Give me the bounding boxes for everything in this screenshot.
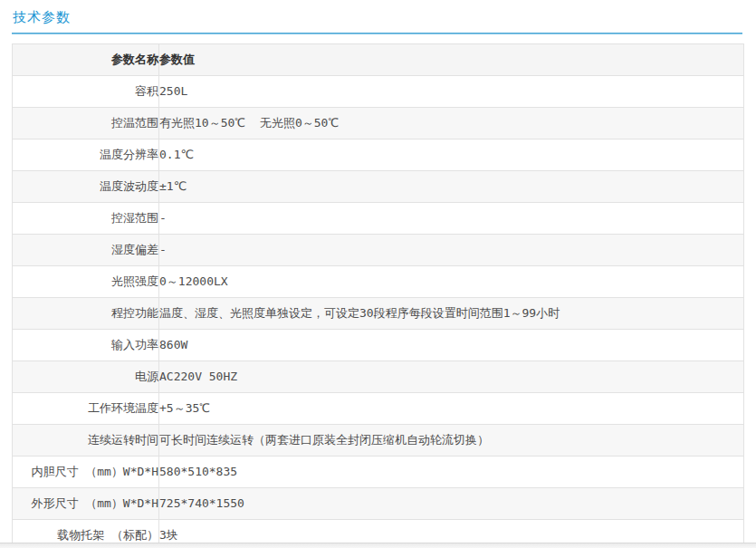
param-name-cell: 湿度偏差	[13, 235, 159, 266]
param-value-cell: 可长时间连续运转（两套进口原装全封闭压缩机自动轮流切换）	[159, 425, 744, 457]
page-title: 技术参数	[13, 9, 756, 26]
table-row: 内胆尺寸 （mm）W*D*H 580*510*835	[13, 457, 744, 488]
param-name-cell: 电源	[13, 361, 159, 393]
param-value-cell: -	[159, 203, 744, 235]
table-row: 工作环境温度 +5～35℃	[13, 393, 744, 425]
table-row: 程控功能 温度、湿度、光照度单独设定，可设定30段程序每段设置时间范围1～99小…	[13, 298, 744, 330]
table-row: 控湿范围 -	[13, 203, 744, 235]
table-row: 湿度偏差 -	[13, 235, 744, 266]
table-row: 电源 AC220V 50HZ	[13, 361, 744, 393]
table-row: 外形尺寸 （mm）W*D*H 725*740*1550	[13, 488, 744, 520]
param-value-cell: 0～12000LX	[159, 266, 744, 298]
table-row: 温度分辨率 0.1℃	[13, 139, 744, 171]
param-value-cell: 860W	[159, 330, 744, 361]
param-value-cell: 580*510*835	[159, 457, 744, 488]
param-name-cell: 光照强度	[13, 266, 159, 298]
table-row: 容积 250L	[13, 76, 744, 108]
param-value-cell: 0.1℃	[159, 139, 744, 171]
param-name-cell: 工作环境温度	[13, 393, 159, 425]
param-value-cell: +5～35℃	[159, 393, 744, 425]
param-name-cell: 温度分辨率	[13, 139, 159, 171]
param-name-cell: 控湿范围	[13, 203, 159, 235]
param-value-cell: 250L	[159, 76, 744, 108]
param-name-cell: 内胆尺寸 （mm）W*D*H	[13, 457, 159, 488]
spec-table: 参数名称 参数值 容积 250L 控温范围 有光照10～50℃ 无光照0～50℃…	[12, 43, 744, 548]
table-header-row: 参数名称 参数值	[13, 44, 744, 76]
title-underline-divider	[12, 33, 742, 34]
table-row: 控温范围 有光照10～50℃ 无光照0～50℃	[13, 108, 744, 139]
param-value-header: 参数值	[159, 44, 744, 76]
table-row: 光照强度 0～12000LX	[13, 266, 744, 298]
param-value-cell: 温度、湿度、光照度单独设定，可设定30段程序每段设置时间范围1～99小时	[159, 298, 744, 330]
param-name-cell: 连续运转时间	[13, 425, 159, 457]
table-row: 连续运转时间 可长时间连续运转（两套进口原装全封闭压缩机自动轮流切换）	[13, 425, 744, 457]
table-row: 输入功率 860W	[13, 330, 744, 361]
param-value-cell: AC220V 50HZ	[159, 361, 744, 393]
param-name-cell: 容积	[13, 76, 159, 108]
param-value-cell: -	[159, 235, 744, 266]
param-name-cell: 输入功率	[13, 330, 159, 361]
param-value-cell: 725*740*1550	[159, 488, 744, 520]
table-row: 温度波动度 ±1℃	[13, 171, 744, 203]
param-name-cell: 温度波动度	[13, 171, 159, 203]
param-name-header: 参数名称	[13, 44, 159, 76]
param-name-cell: 外形尺寸 （mm）W*D*H	[13, 488, 159, 520]
bottom-divider	[0, 543, 756, 548]
param-name-cell: 程控功能	[13, 298, 159, 330]
param-name-cell: 控温范围	[13, 108, 159, 139]
param-value-cell: 有光照10～50℃ 无光照0～50℃	[159, 108, 744, 139]
param-value-cell: ±1℃	[159, 171, 744, 203]
